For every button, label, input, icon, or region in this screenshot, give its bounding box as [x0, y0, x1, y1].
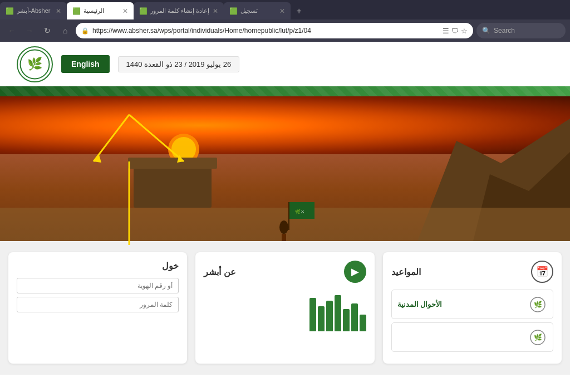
card-login-header: خول [17, 261, 179, 271]
card-login: خول [8, 252, 187, 364]
tab-home[interactable]: 🟩 الرئيسية ✕ [67, 2, 134, 19]
address-bar: ← → ↻ ⌂ 🔒 https://www.absher.sa/wps/port… [0, 19, 570, 42]
civil-affairs-label: الأحوال المدنية [397, 300, 443, 308]
bar-7 [309, 298, 316, 331]
svg-text:🌿: 🌿 [533, 300, 542, 308]
forward-button[interactable]: → [22, 23, 37, 38]
tab-favicon-2: 🟩 [72, 7, 80, 15]
chart-area [204, 290, 366, 340]
star-icon[interactable]: ☆ [461, 27, 468, 35]
tab-bar: 🟩 أبشر-Absher ✕ 🟩 الرئيسية ✕ 🟩 إعادة إنش… [0, 0, 570, 19]
refresh-button[interactable]: ↻ [40, 23, 55, 38]
date-display: 26 يوليو 2019 / 23 ذو القعدة 1440 [118, 56, 240, 72]
bar-2 [351, 303, 358, 331]
bookmark-icon[interactable]: ☰ [443, 27, 449, 35]
tab-label-2: الرئيسية [83, 7, 119, 14]
green-banner [0, 86, 570, 96]
page-content: 26 يوليو 2019 / 23 ذو القعدة 1440 Englis… [0, 42, 570, 392]
tab-password[interactable]: 🟩 إعادة إنشاء كلمة المرور ✕ [134, 2, 224, 19]
tab-favicon-1: 🟩 [6, 7, 13, 15]
tab-close-2[interactable]: ✕ [122, 7, 128, 15]
second-sub-item[interactable]: 🌿 [391, 322, 553, 352]
svg-text:🌿⚔: 🌿⚔ [295, 209, 304, 214]
id-input[interactable] [17, 278, 179, 293]
logo-emblem-svg: 🌿 [19, 49, 50, 80]
search-field[interactable]: 🔍 Search [476, 23, 566, 38]
tab-register[interactable]: 🟩 تسجيل ✕ [224, 2, 291, 19]
second-item-icon: 🌿 [528, 327, 547, 347]
hero-image: 🌿⚔ [0, 96, 570, 241]
english-button[interactable]: English [61, 55, 110, 73]
bar-4 [335, 295, 341, 331]
url-text: https://www.absher.sa/wps/portal/individ… [92, 27, 439, 35]
header-right: 26 يوليو 2019 / 23 ذو القعدة 1440 Englis… [17, 46, 239, 82]
tab-favicon-4: 🟩 [229, 7, 237, 15]
svg-text:🌿: 🌿 [27, 56, 43, 71]
civil-affairs-item[interactable]: 🌿 الأحوال المدنية [391, 290, 553, 319]
about-play-icon[interactable]: ▶ [344, 261, 366, 283]
bar-6 [318, 306, 325, 331]
bar-5 [326, 301, 333, 331]
address-field[interactable]: 🔒 https://www.absher.sa/wps/portal/indiv… [76, 23, 473, 38]
svg-point-9 [279, 220, 288, 234]
appointments-title: المواعيد [391, 267, 421, 277]
hero-landscape-svg: 🌿⚔ [0, 96, 570, 241]
chart-bars [204, 295, 366, 334]
about-title: عن أبشر [204, 267, 235, 277]
svg-rect-10 [282, 234, 286, 241]
lock-icon: 🔒 [81, 27, 89, 35]
civil-affairs-emblem: 🌿 [529, 296, 546, 313]
svg-rect-5 [128, 158, 217, 169]
svg-rect-11 [288, 202, 289, 230]
login-title: خول [162, 261, 179, 271]
tab-close-4[interactable]: ✕ [279, 7, 285, 15]
home-button[interactable]: ⌂ [58, 23, 72, 38]
site-logo: 🌿 [17, 46, 53, 82]
bar-1 [360, 315, 366, 331]
tab-label-4: تسجيل [240, 7, 276, 14]
tab-close-1[interactable]: ✕ [56, 7, 61, 15]
bar-3 [343, 309, 350, 331]
address-icons: ☰ 🛡 ☆ [443, 27, 468, 35]
cards-section: 📅 المواعيد 🌿 الأحوال المدنية 🌿 [0, 241, 570, 375]
svg-rect-4 [134, 163, 212, 208]
back-button[interactable]: ← [4, 23, 19, 38]
tab-label-3: إعادة إنشاء كلمة المرور [150, 7, 209, 14]
tab-close-3[interactable]: ✕ [213, 7, 218, 15]
tab-favicon-3: 🟩 [139, 7, 147, 15]
tab-absher[interactable]: 🟩 أبشر-Absher ✕ [0, 2, 67, 19]
site-header: 26 يوليو 2019 / 23 ذو القعدة 1440 Englis… [0, 42, 570, 86]
browser-chrome: 🟩 أبشر-Absher ✕ 🟩 الرئيسية ✕ 🟩 إعادة إنش… [0, 0, 570, 42]
new-tab-button[interactable]: + [291, 2, 307, 19]
search-icon: 🔍 [482, 27, 490, 35]
appointments-icon: 📅 [531, 261, 553, 283]
card-appointments: 📅 المواعيد 🌿 الأحوال المدنية 🌿 [383, 252, 562, 364]
svg-text:🌿: 🌿 [533, 333, 542, 341]
search-placeholder: Search [494, 27, 515, 35]
civil-affairs-icon: 🌿 [528, 295, 547, 314]
password-input[interactable] [17, 297, 179, 312]
second-item-emblem: 🌿 [529, 329, 546, 346]
card-appointments-header: 📅 المواعيد [391, 261, 553, 283]
card-about: ▶ عن أبشر [195, 252, 374, 364]
tab-label-1: أبشر-Absher [17, 7, 52, 14]
card-about-header: ▶ عن أبشر [204, 261, 366, 283]
shield-icon: 🛡 [451, 27, 459, 35]
